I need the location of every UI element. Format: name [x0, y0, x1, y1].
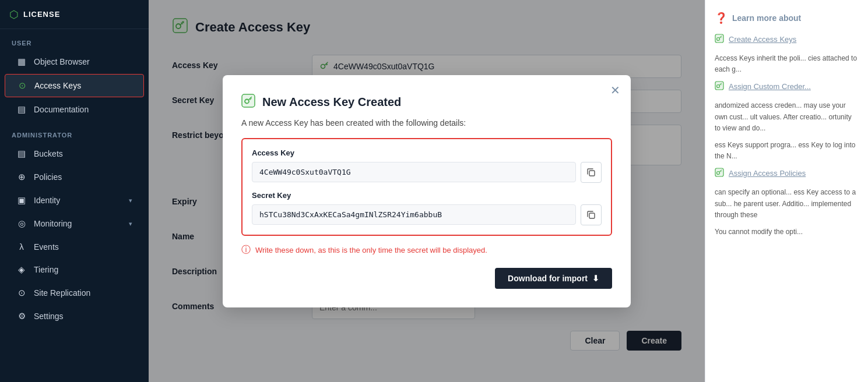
warning-icon: ⓘ: [241, 244, 251, 256]
sidebar-item-label: Object Browser: [34, 57, 90, 66]
key-icon: ⊙: [17, 80, 27, 91]
monitoring-icon: ◎: [16, 218, 27, 229]
modal-desc: A new Access Key has been created with t…: [241, 118, 612, 128]
link-cred-icon: [715, 81, 724, 92]
settings-icon: ⚙: [16, 311, 27, 321]
sidebar-item-label: Identity: [34, 196, 60, 205]
sidebar-item-label: Tiering: [34, 265, 58, 274]
help-icon: ❓: [715, 12, 728, 24]
doc-icon: ▤: [16, 104, 27, 115]
copy-access-key-button[interactable]: [581, 162, 602, 183]
svg-rect-6: [589, 213, 595, 218]
sidebar-item-events[interactable]: λ Events: [5, 236, 144, 257]
svg-rect-5: [589, 171, 595, 176]
logo-icon: ⬡: [9, 8, 19, 21]
modal-access-key-value: 4CeWW49c0Sxut0aVTQ1G: [252, 162, 576, 182]
modal-warning-text: Write these down, as this is the only ti…: [255, 246, 487, 254]
logo-text: LICENSE: [23, 10, 60, 19]
modal-close-button[interactable]: ✕: [610, 84, 620, 96]
copy-secret-key-button[interactable]: [581, 204, 602, 225]
sidebar-item-label: Monitoring: [34, 219, 72, 228]
right-panel-text-1: Access Keys inherit the poli... cies att…: [715, 53, 859, 75]
replication-icon: ⊙: [16, 288, 27, 298]
right-panel-link-text-3[interactable]: Assign Access Policies: [729, 169, 806, 178]
sidebar-item-label: Events: [34, 242, 59, 252]
sidebar-item-documentation[interactable]: ▤ Documentation: [5, 98, 144, 121]
right-panel-header: ❓ Learn more about: [715, 12, 859, 24]
sidebar-item-identity[interactable]: ▣ Identity ▾: [5, 189, 144, 211]
identity-icon: ▣: [16, 195, 27, 206]
right-panel-link-1[interactable]: Create Access Keys: [715, 34, 859, 45]
modal-header: New Access Key Created: [241, 94, 612, 111]
admin-section-label: Administrator: [0, 121, 149, 142]
tiering-icon: ◈: [16, 264, 27, 275]
bucket-icon: ▤: [16, 148, 27, 159]
chevron-down-icon: ▾: [129, 220, 132, 228]
modal-access-key-row: 4CeWW49c0Sxut0aVTQ1G: [252, 162, 602, 183]
sidebar-item-monitoring[interactable]: ◎ Monitoring ▾: [5, 213, 144, 235]
right-panel-text-3: ess Keys support progra... ess Key to lo…: [715, 140, 859, 162]
sidebar-item-site-replication[interactable]: ⊙ Site Replication: [5, 282, 144, 304]
main-content: Create Access Key Access Key 4CeWW49c0Sx…: [149, 0, 705, 382]
modal-secret-key-value: hSTCu38Nd3CxAxKECaSa4gmINlZSR24Yim6abbuB: [252, 204, 576, 225]
modal-icon: [241, 94, 255, 111]
right-panel-link-text-1[interactable]: Create Access Keys: [729, 35, 796, 44]
download-icon: ⬇: [592, 274, 599, 283]
right-panel-title: Learn more about: [732, 13, 801, 23]
chevron-down-icon: ▾: [129, 197, 132, 204]
sidebar-item-access-keys[interactable]: ⊙ Access Keys: [5, 74, 144, 97]
sidebar-item-label: Settings: [34, 312, 64, 321]
sidebar-item-label: Access Keys: [34, 81, 81, 90]
right-panel-text-4: can specify an optional... ess Key acces…: [715, 187, 859, 221]
link-policy-icon: [715, 168, 724, 179]
right-panel-text-5: You cannot modify the opti...: [715, 227, 859, 238]
events-icon: λ: [16, 242, 27, 252]
modal-secret-key-row: hSTCu38Nd3CxAxKECaSa4gmINlZSR24Yim6abbuB: [252, 204, 602, 225]
download-button[interactable]: Download for import ⬇: [495, 268, 612, 289]
sidebar-item-policies[interactable]: ⊕ Policies: [5, 166, 144, 188]
modal-overlay: New Access Key Created ✕ A new Access Ke…: [149, 0, 705, 382]
sidebar-item-label: Documentation: [34, 105, 89, 114]
link-key-icon: [715, 34, 724, 45]
sidebar-logo: ⬡ LICENSE: [0, 0, 149, 29]
right-panel-link-2[interactable]: Assign Custom Creder...: [715, 81, 859, 92]
user-section-label: User: [0, 29, 149, 50]
right-panel-text-2: andomized access creden... may use your …: [715, 100, 859, 134]
modal-warning: ⓘ Write these down, as this is the only …: [241, 244, 612, 256]
grid-icon: ▦: [16, 56, 27, 67]
modal-title: New Access Key Created: [262, 96, 401, 109]
modal-key-box: Access Key 4CeWW49c0Sxut0aVTQ1G Secret K…: [241, 138, 612, 236]
sidebar-item-object-browser[interactable]: ▦ Object Browser: [5, 51, 144, 73]
sidebar-item-label: Policies: [34, 172, 62, 182]
download-button-label: Download for import: [508, 274, 588, 283]
right-panel-link-3[interactable]: Assign Access Policies: [715, 168, 859, 179]
sidebar-item-label: Buckets: [34, 149, 63, 158]
sidebar-item-settings[interactable]: ⚙ Settings: [5, 305, 144, 327]
sidebar-item-label: Site Replication: [34, 288, 90, 298]
modal-actions: Download for import ⬇: [241, 268, 612, 289]
sidebar-item-buckets[interactable]: ▤ Buckets: [5, 143, 144, 165]
policy-icon: ⊕: [16, 172, 27, 182]
modal-secret-key-label: Secret Key: [252, 191, 602, 200]
right-panel: ❓ Learn more about Create Access Keys Ac…: [705, 0, 868, 382]
sidebar: ⬡ LICENSE User ▦ Object Browser ⊙ Access…: [0, 0, 149, 382]
modal: New Access Key Created ✕ A new Access Ke…: [223, 75, 631, 307]
sidebar-item-tiering[interactable]: ◈ Tiering: [5, 259, 144, 281]
modal-access-key-label: Access Key: [252, 148, 602, 157]
right-panel-link-text-2[interactable]: Assign Custom Creder...: [729, 82, 811, 91]
